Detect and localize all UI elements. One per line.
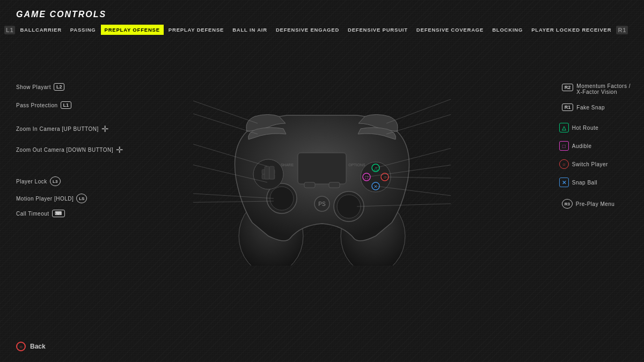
tab-ball-in-air[interactable]: BALL IN AIR <box>229 25 271 35</box>
circle-button-icon: ○ <box>559 159 569 169</box>
svg-text:PS: PS <box>318 201 326 207</box>
label-zoom-in: Zoom In Camera [UP BUTTON] ✛ <box>16 124 123 134</box>
label-audible: □ Audible <box>559 141 631 151</box>
label-momentum: R2 Momentum Factors / X-Factor Vision <box>559 83 631 95</box>
svg-rect-14 <box>265 166 269 179</box>
label-switch-player: ○ Switch Player <box>559 159 631 169</box>
badge-R3: R3 <box>562 199 573 209</box>
label-fake-snap: R1 Fake Snap <box>559 104 631 111</box>
svg-text:△: △ <box>374 166 378 171</box>
label-player-lock: Player Lock L3 <box>16 176 123 186</box>
label-hot-route: △ Hot Route <box>559 123 631 132</box>
back-circle-icon: ○ <box>16 342 26 351</box>
badge-LS: LS <box>76 194 87 203</box>
svg-text:○: ○ <box>383 174 386 180</box>
tab-preplay-offense[interactable]: PREPLAY OFFENSE <box>101 25 164 35</box>
label-snap-ball: ✕ Snap Ball <box>559 178 631 187</box>
cross-button-icon: ✕ <box>559 178 569 187</box>
label-zoom-out: Zoom Out Camera [DOWN BUTTON] ✛ <box>16 145 123 155</box>
svg-text:□: □ <box>365 174 368 180</box>
badge-L1: L1 <box>61 101 72 109</box>
header: GAME CONTROLS <box>0 0 644 19</box>
tab-blocking[interactable]: BLOCKING <box>488 25 526 35</box>
label-show-playart: Show Playart L2 <box>16 83 123 91</box>
controller-area: SHARE OPTIONS PS <box>0 35 644 314</box>
badge-R2: R2 <box>562 84 574 91</box>
tab-defensive-pursuit[interactable]: DEFENSIVE PURSUIT <box>344 25 412 35</box>
square-button-icon: □ <box>559 141 569 151</box>
svg-text:✕: ✕ <box>374 184 378 189</box>
svg-text:OPTIONS: OPTIONS <box>348 163 365 167</box>
dpad-icon-up: ✛ <box>101 124 108 134</box>
svg-text:SHARE: SHARE <box>281 163 294 167</box>
tab-player-locked-receiver[interactable]: PLAYER LOCKED RECEIVER <box>528 25 615 35</box>
dpad-icon-down: ✛ <box>116 145 123 155</box>
badge-R1: R1 <box>562 104 574 111</box>
nav-tabs: L1 BALLCARRIER PASSING PREPLAY OFFENSE P… <box>0 19 644 35</box>
tab-passing[interactable]: PASSING <box>67 25 100 35</box>
svg-rect-26 <box>329 182 340 188</box>
badge-L2: L2 <box>54 83 65 91</box>
badge-keyboard: ⌨ <box>52 210 65 217</box>
tab-defensive-engaged[interactable]: DEFENSIVE ENGAGED <box>272 25 343 35</box>
label-pass-protection: Pass Protection L1 <box>16 101 123 109</box>
label-call-timeout: Call Timeout ⌨ <box>16 210 123 217</box>
tab-defensive-coverage[interactable]: DEFENSIVE COVERAGE <box>413 25 487 35</box>
right-labels: R2 Momentum Factors / X-Factor Vision R1… <box>559 83 631 209</box>
svg-rect-25 <box>304 182 315 188</box>
badge-L3: L3 <box>50 176 61 186</box>
tab-preplay-defense[interactable]: PREPLAY DEFENSE <box>165 25 228 35</box>
svg-line-27 <box>193 83 258 123</box>
tab-L1[interactable]: L1 <box>4 26 15 34</box>
controller-image: SHARE OPTIONS PS <box>193 83 451 265</box>
page-title: GAME CONTROLS <box>16 10 628 19</box>
back-button[interactable]: ○ Back <box>16 342 46 351</box>
label-preplay-menu: R3 Pre-Play Menu <box>559 199 631 209</box>
svg-rect-2 <box>298 153 346 184</box>
left-labels: Show Playart L2 Pass Protection L1 Zoom … <box>16 83 123 217</box>
triangle-button-icon: △ <box>559 123 569 132</box>
svg-rect-15 <box>269 166 274 179</box>
back-label: Back <box>30 343 46 350</box>
tab-ballcarrier[interactable]: BALLCARRIER <box>16 25 65 35</box>
label-motion-player: Motion Player [HOLD] LS <box>16 194 123 203</box>
tab-R1[interactable]: R1 <box>616 26 628 34</box>
